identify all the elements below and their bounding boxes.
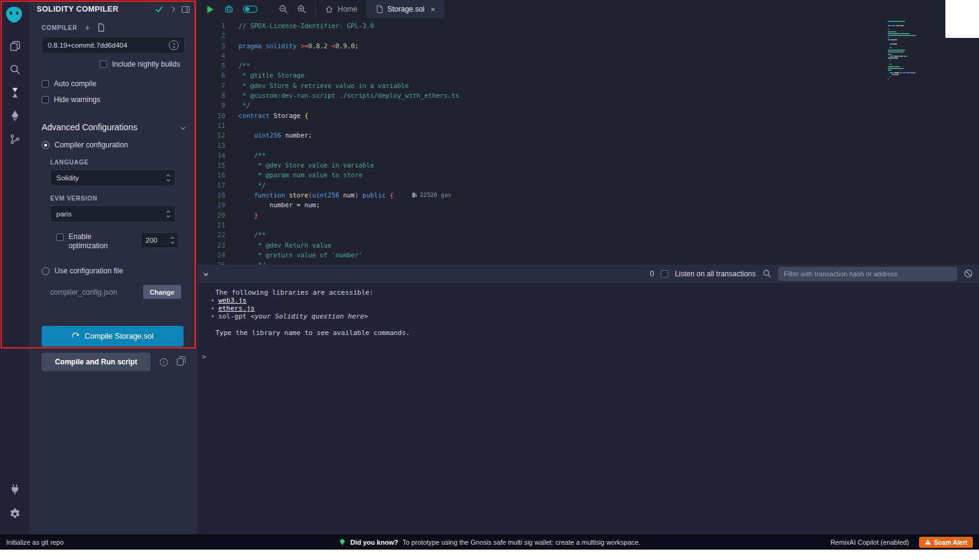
- did-you-know-tip: Did you know? To prototype using the Gno…: [338, 538, 640, 547]
- terminal-library-item: •ethers.js: [210, 304, 979, 312]
- compiler-configuration-radio[interactable]: [42, 141, 50, 149]
- line-number: 15: [197, 160, 225, 170]
- change-config-button[interactable]: Change: [143, 285, 181, 299]
- line-number: 7: [197, 81, 225, 90]
- line-number: 22: [197, 230, 225, 240]
- chevron-right-icon[interactable]: [170, 7, 175, 12]
- line-number: 8: [197, 90, 225, 100]
- compile-success-icon: [155, 6, 163, 13]
- line-number: 11: [197, 120, 225, 130]
- search-icon[interactable]: [762, 269, 772, 278]
- line-number: 14: [197, 150, 225, 160]
- zoom-in-icon[interactable]: [297, 4, 307, 14]
- bottom-strip: [0, 550, 979, 560]
- add-compiler-icon[interactable]: +: [84, 24, 89, 31]
- close-tab-icon[interactable]: ×: [431, 5, 436, 14]
- code-line: 3pragma solidity >=0.8.2 <0.9.0;: [197, 41, 979, 51]
- code-line: 17 */: [197, 180, 979, 190]
- scam-alert-label: Scam Alert: [934, 539, 967, 546]
- status-bar: Initialize as git repo Did you know? To …: [0, 534, 979, 550]
- clear-terminal-icon[interactable]: [964, 269, 973, 278]
- optimization-runs-input[interactable]: 200: [141, 232, 179, 248]
- evm-version-select[interactable]: paris: [50, 205, 176, 223]
- code-editor[interactable]: 1// SPDX-License-Identifier: GPL-3.023pr…: [197, 18, 979, 265]
- terminal[interactable]: The following libraries are accessible:•…: [197, 283, 979, 535]
- tip-title: Did you know?: [350, 539, 398, 546]
- remixai-assistant-icon[interactable]: [223, 4, 234, 15]
- listen-all-transactions-checkbox[interactable]: [661, 270, 668, 278]
- warning-icon: [925, 539, 931, 545]
- chevron-down-icon: [181, 125, 185, 130]
- plugin-manager-icon[interactable]: [0, 477, 29, 501]
- code-line: 19 number = num;: [197, 200, 979, 210]
- panel-title: SOLIDITY COMPILER: [37, 5, 119, 13]
- tab-home[interactable]: Home: [316, 0, 367, 18]
- tip-text: To prototype using the Gnosis safe multi…: [403, 539, 641, 546]
- line-number: 25: [197, 260, 225, 264]
- select-arrows-icon: [169, 40, 179, 50]
- terminal-link[interactable]: ethers.js: [218, 304, 255, 312]
- run-script-play-icon[interactable]: [206, 5, 215, 14]
- terminal-text: Type the library name to see available c…: [215, 329, 979, 337]
- tab-bar: Home Storage.sol ×: [197, 0, 979, 18]
- copilot-status[interactable]: RemixAI Copilot (enabled): [830, 539, 909, 546]
- code-line: 4: [197, 51, 979, 61]
- compiler-version-select[interactable]: 0.8.19+commit.7dd6d404: [42, 37, 185, 54]
- terminal-prompt[interactable]: >: [202, 353, 979, 361]
- remix-logo-icon[interactable]: [4, 5, 25, 26]
- collapse-terminal-icon[interactable]: [204, 271, 207, 276]
- compiler-configuration-label: Compiler configuration: [54, 141, 128, 149]
- settings-icon[interactable]: [0, 501, 29, 526]
- refresh-icon: [72, 333, 80, 341]
- line-number: 10: [197, 111, 225, 120]
- copilot-toggle-icon[interactable]: [243, 5, 258, 13]
- code-line: 8 * @custom:dev-run-script ./scripts/dep…: [197, 90, 979, 100]
- use-configuration-file-radio[interactable]: [42, 267, 50, 275]
- line-number: 5: [197, 61, 225, 70]
- git-init-status[interactable]: Initialize as git repo: [0, 539, 64, 546]
- compile-and-run-button[interactable]: Compile and Run script: [42, 353, 151, 371]
- deploy-and-run-icon[interactable]: [0, 104, 29, 127]
- open-file-icon[interactable]: [97, 23, 105, 32]
- code-line: 7 * @dev Store & retrieve value in a var…: [197, 81, 979, 90]
- icon-sidebar: [0, 0, 29, 534]
- code-line: 16 * @param num value to store: [197, 170, 979, 180]
- language-select[interactable]: Solidity: [50, 169, 176, 186]
- hide-warnings-checkbox[interactable]: [42, 96, 49, 103]
- solidity-compiler-panel: SOLIDITY COMPILER COMPILER + 0.8.19+comm…: [29, 0, 197, 534]
- copy-icon[interactable]: [177, 358, 184, 366]
- advanced-configurations-toggle[interactable]: Advanced Configurations: [42, 122, 185, 132]
- tab-storage-sol[interactable]: Storage.sol ×: [367, 0, 444, 18]
- line-number: 18: [197, 190, 225, 200]
- line-number: 9: [197, 100, 225, 110]
- language-value: Solidity: [56, 174, 79, 182]
- minimap[interactable]: [888, 21, 944, 80]
- gas-estimate-badge: 22520 gas: [412, 190, 451, 200]
- main-row: SOLIDITY COMPILER COMPILER + 0.8.19+comm…: [0, 0, 979, 534]
- info-icon[interactable]: i: [160, 358, 168, 366]
- code-line: 2: [197, 31, 979, 40]
- solidity-file-icon: [376, 5, 383, 13]
- terminal-link[interactable]: web3.js: [218, 297, 247, 304]
- pin-panel-icon[interactable]: [182, 6, 190, 13]
- terminal-lines: The following libraries are accessible:•…: [215, 289, 979, 361]
- zoom-out-icon[interactable]: [278, 4, 288, 14]
- line-number: 1: [197, 21, 225, 31]
- scrollbar-track[interactable]: [945, 0, 979, 38]
- transaction-filter-input[interactable]: [778, 267, 957, 281]
- stepper-arrows-icon[interactable]: [171, 237, 174, 243]
- code-line: 25 */: [197, 260, 979, 264]
- git-icon[interactable]: [0, 127, 29, 150]
- bullet-icon: •: [210, 304, 215, 312]
- file-explorer-icon[interactable]: [0, 34, 29, 57]
- auto-compile-label: Auto compile: [54, 79, 96, 88]
- enable-optimization-checkbox[interactable]: [56, 234, 64, 241]
- include-nightly-label: Include nightly builds: [112, 60, 180, 68]
- code-line: 21: [197, 220, 979, 230]
- compile-button[interactable]: Compile Storage.sol: [42, 326, 184, 347]
- solidity-compiler-icon[interactable]: [0, 81, 29, 104]
- include-nightly-checkbox[interactable]: [100, 61, 107, 68]
- scam-alert-badge[interactable]: Scam Alert: [919, 537, 973, 548]
- search-icon[interactable]: [0, 57, 29, 81]
- auto-compile-checkbox[interactable]: [42, 80, 49, 87]
